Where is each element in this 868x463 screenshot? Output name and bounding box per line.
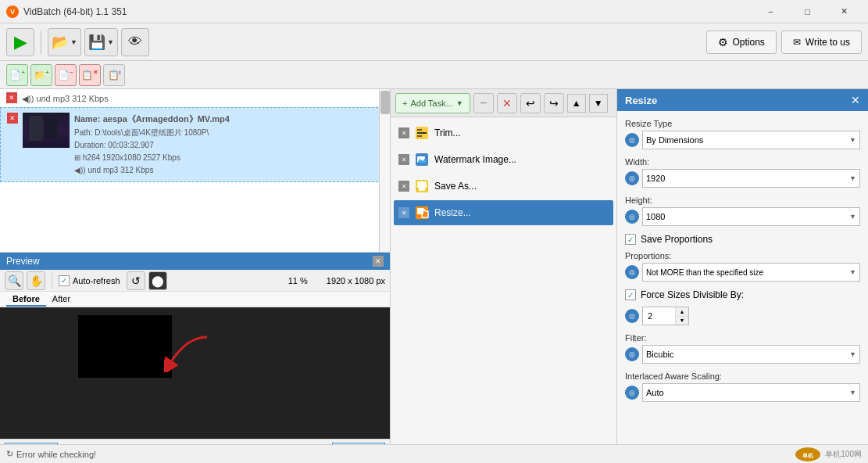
interlaced-select[interactable]: Auto ▼ [642, 383, 860, 402]
interlaced-value: Auto [646, 388, 664, 397]
preview-header: Preview ✕ [0, 253, 390, 270]
preview-sep [52, 273, 52, 289]
force-sizes-value-row: ◎ 2 ▲ ▼ [625, 307, 860, 325]
filter-select[interactable]: Bicubic ▼ [642, 345, 860, 364]
close-button[interactable]: ✕ [827, 4, 862, 20]
interlaced-group: Interlaced Aware Scaling: ◎ Auto ▼ [625, 371, 860, 402]
main-toolbar: ▶ 📂 ▼ 💾 ▼ 👁 ⚙ Options ✉ Write to us [0, 23, 868, 61]
task-move-up-button[interactable]: ▲ [567, 94, 586, 113]
proportions-select[interactable]: Not MORE than the specified size ▼ [642, 263, 860, 282]
height-arrow: ▼ [849, 213, 856, 221]
proportions-arrow: ▼ [849, 268, 856, 276]
file-path: Path: D:\tools\桌面\4K壁纸图片 1080P\ [74, 127, 230, 139]
watermark-text: 单机100网 [825, 449, 862, 460]
task-item-saveas[interactable]: ✕ Save As... [394, 174, 613, 199]
remove-file-button[interactable]: 📄− [55, 64, 77, 86]
play-button[interactable]: ▶ [6, 28, 34, 56]
add-folder-button[interactable]: 📁+ [30, 64, 52, 86]
list-item[interactable]: ✕ ◀)) und mp3 312 Kbps [0, 89, 390, 107]
window-controls: − □ ✕ [753, 4, 862, 20]
before-tab[interactable]: Before [6, 293, 46, 307]
proportions-icon: ◎ [625, 265, 639, 279]
width-value: 1920 [646, 174, 665, 183]
spin-down-button[interactable]: ▼ [676, 317, 688, 325]
height-value: 1080 [646, 212, 665, 221]
task-disable-resize[interactable]: ✕ [398, 207, 409, 218]
undo-button[interactable]: ↩ [520, 93, 541, 113]
app-logo: V [6, 5, 19, 18]
filter-value: Bicubic [646, 350, 673, 359]
remove-item-2-button[interactable]: ✕ [7, 113, 18, 124]
scroll-thumb[interactable] [380, 91, 390, 114]
add-folder-icon: 📁+ [34, 69, 49, 81]
zoom-out-button[interactable]: 🔍 [5, 271, 23, 290]
write-us-button[interactable]: ✉ Write to us [781, 31, 862, 54]
remove-item-1-button[interactable]: ✕ [6, 92, 17, 103]
preview-panel: Preview ✕ 🔍 ✋ ✓ Auto-refresh ↺ ⬤ 11 % 19… [0, 252, 390, 463]
task-item-watermark[interactable]: ✕ Watermark Image... [394, 147, 613, 172]
file-duration: Duration: 00:03:32.907 [74, 139, 230, 152]
width-group: Width: ◎ 1920 ▼ [625, 157, 860, 188]
svg-rect-8 [417, 181, 427, 188]
record-button[interactable]: ⬤ [148, 271, 167, 290]
cancel-task-button[interactable]: ✕ [497, 93, 517, 113]
task-toolbar: + Add Task... ▼ − ✕ ↩ ↪ ▲ ▼ [391, 89, 616, 117]
add-file-button[interactable]: 📄+ [6, 64, 28, 86]
minimize-button[interactable]: − [753, 4, 788, 20]
remove-task-button[interactable]: − [473, 93, 494, 113]
add-task-label: Add Task... [410, 99, 452, 108]
options-button[interactable]: ⚙ Options [706, 31, 777, 54]
force-sizes-number: 2 [643, 307, 675, 325]
remove-all-button[interactable]: 📋✕ [79, 64, 101, 86]
task-item-resize[interactable]: ✕ Resize... [394, 200, 613, 225]
maximize-button[interactable]: □ [790, 4, 825, 20]
height-select[interactable]: 1080 ▼ [642, 207, 860, 226]
write-us-label: Write to us [805, 37, 850, 48]
filter-row: ◎ Bicubic ▼ [625, 345, 860, 364]
height-label: Height: [625, 196, 860, 205]
force-sizes-checkbox[interactable]: ✓ [625, 289, 636, 300]
preview-toggle-button[interactable]: 👁 [121, 28, 149, 56]
refresh-button[interactable]: ↺ [127, 271, 145, 290]
preview-zoom: 11 % [288, 276, 308, 285]
task-disable-saveas[interactable]: ✕ [398, 181, 409, 192]
trim-icon [414, 125, 430, 141]
width-select[interactable]: 1920 ▼ [642, 169, 860, 188]
width-row: ◎ 1920 ▼ [625, 169, 860, 188]
list-item[interactable]: ✕ Name: aespa《Armageddon》MV.mp4 Path: D:… [0, 107, 390, 182]
preview-close-button[interactable]: ✕ [373, 256, 384, 267]
resize-type-group: Resize Type ◎ By Dimensions ▼ [625, 119, 860, 149]
add-task-button[interactable]: + Add Task... ▼ [395, 93, 470, 113]
resize-close-button[interactable]: ✕ [851, 94, 860, 106]
save-proportions-checkbox[interactable]: ✓ [625, 234, 636, 245]
app-title: VidBatch (64-bit) 1.1 351 [23, 6, 753, 17]
refresh-small-icon: ↻ [6, 449, 13, 459]
pan-button[interactable]: ✋ [27, 271, 45, 290]
force-sizes-spin[interactable]: 2 ▲ ▼ [642, 307, 689, 325]
height-icon: ◎ [625, 210, 639, 224]
resize-type-select[interactable]: By Dimensions ▼ [642, 131, 860, 149]
scrollbar-v[interactable] [379, 89, 390, 252]
task-disable-trim[interactable]: ✕ [398, 127, 409, 138]
plus-icon: + [402, 99, 407, 108]
after-tab[interactable]: After [46, 293, 77, 307]
status-bar: ↻ Error while checking! 单机 单机100网 [0, 444, 868, 463]
force-sizes-row: ✓ Force Sizes Divisible By: [625, 289, 860, 300]
force-sizes-label: Force Sizes Divisible By: [641, 289, 744, 300]
spin-up-button[interactable]: ▲ [676, 307, 688, 317]
height-row: ◎ 1080 ▼ [625, 207, 860, 226]
width-label: Width: [625, 157, 860, 167]
task-item-trim[interactable]: ✕ Trim... [394, 120, 613, 145]
auto-refresh-checkbox[interactable]: ✓ [59, 275, 70, 286]
task-disable-watermark[interactable]: ✕ [398, 154, 409, 165]
toolbar-right: ⚙ Options ✉ Write to us [706, 31, 863, 54]
open-button[interactable]: 📂 ▼ [48, 28, 81, 56]
task-move-down-button[interactable]: ▼ [589, 94, 608, 113]
file-audio-info: ◀)) und mp3 312 Kbps [74, 164, 230, 177]
file-list: ✕ ◀)) und mp3 312 Kbps ✕ Name: aespa《Arm… [0, 89, 390, 252]
redo-button[interactable]: ↪ [544, 93, 564, 113]
remove-file-icon: 📄− [58, 69, 73, 81]
resize-title: Resize [625, 95, 657, 106]
save-button[interactable]: 💾 ▼ [84, 28, 118, 56]
file-info-button[interactable]: 📋i [103, 64, 125, 86]
